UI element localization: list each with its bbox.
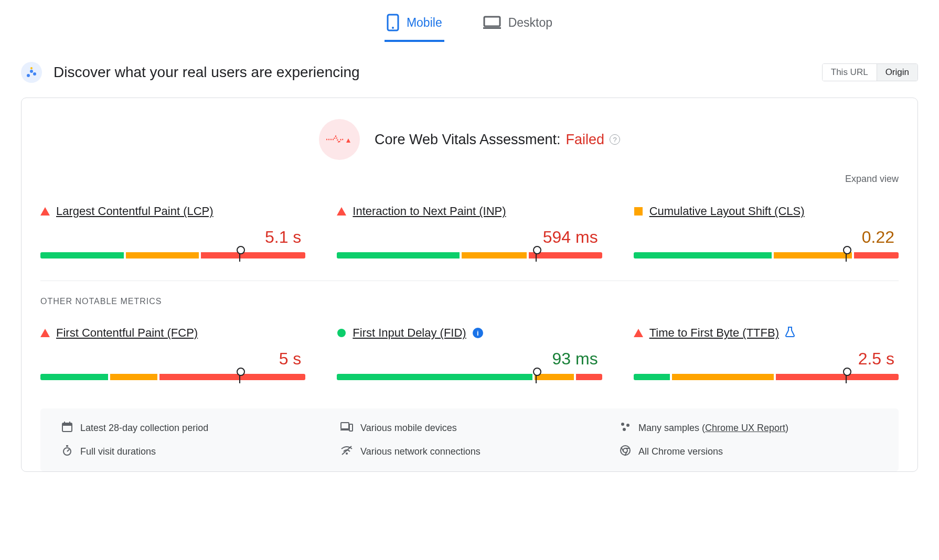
devices-icon [340, 422, 353, 435]
tab-mobile[interactable]: Mobile [385, 8, 444, 42]
svg-point-4 [27, 74, 30, 77]
info-samples-text: Many samples (Chrome UX Report) [638, 423, 788, 434]
calendar-icon [61, 421, 73, 435]
other-metrics-label: OTHER NOTABLE METRICS [40, 297, 899, 306]
svg-point-5 [30, 70, 33, 73]
crux-link[interactable]: Chrome UX Report [705, 423, 785, 433]
collection-info-box: Latest 28-day collection period Various … [40, 408, 899, 471]
svg-rect-3 [483, 27, 501, 29]
svg-point-6 [33, 72, 36, 76]
metric-fcp-name[interactable]: First Contentful Paint (FCP) [56, 326, 198, 340]
info-devices: Various mobile devices [340, 421, 599, 435]
metric-ttfb-name[interactable]: Time to First Byte (TTFB) [649, 326, 779, 340]
info-network-text: Various network connections [360, 446, 481, 457]
svg-line-20 [67, 449, 69, 451]
assessment-label: Core Web Vitals Assessment: [375, 132, 561, 148]
cls-status-icon [634, 207, 643, 216]
metric-fcp-dist [40, 374, 305, 380]
inp-status-icon [337, 207, 346, 216]
fcp-status-icon [40, 328, 50, 338]
assessment-badge [319, 119, 360, 160]
info-devices-text: Various mobile devices [360, 423, 457, 434]
metric-cls-dist [634, 252, 899, 259]
field-data-panel: Core Web Vitals Assessment: Failed ? Exp… [21, 98, 918, 472]
metric-fcp: First Contentful Paint (FCP) 5 s [40, 326, 305, 380]
svg-point-1 [392, 27, 394, 29]
mobile-icon [387, 14, 399, 31]
scope-toggle: This URL Origin [822, 63, 918, 81]
lcp-status-icon [40, 207, 50, 216]
assessment-help-icon[interactable]: ? [610, 134, 620, 145]
svg-rect-19 [66, 445, 68, 447]
svg-rect-2 [484, 17, 500, 26]
metric-fid: First Input Delay (FID) i 93 ms [337, 326, 602, 380]
svg-rect-11 [69, 422, 70, 424]
cwv-metrics: Largest Contentful Paint (LCP) 5.1 s Int… [40, 204, 899, 259]
tab-mobile-label: Mobile [407, 16, 442, 30]
assessment-status: Failed [566, 132, 605, 148]
svg-rect-14 [349, 424, 353, 431]
header-row: Discover what your real users are experi… [0, 46, 939, 93]
metric-fid-dist [337, 374, 602, 380]
svg-rect-9 [62, 423, 72, 426]
svg-point-21 [346, 453, 348, 455]
metric-inp: Interaction to Next Paint (INP) 594 ms [337, 204, 602, 259]
network-icon [340, 446, 353, 458]
fid-info-icon[interactable]: i [473, 328, 483, 338]
info-period-text: Latest 28-day collection period [80, 423, 208, 434]
svg-point-7 [30, 67, 33, 69]
metric-lcp-name[interactable]: Largest Contentful Paint (LCP) [56, 204, 214, 218]
scope-origin[interactable]: Origin [877, 64, 917, 81]
info-durations-text: Full visit durations [80, 446, 156, 457]
metric-cls-value: 0.22 [634, 228, 894, 247]
metric-ttfb-dist [634, 374, 899, 380]
device-tabs: Mobile Desktop [0, 8, 939, 46]
svg-rect-12 [341, 423, 349, 429]
stopwatch-icon [61, 445, 73, 459]
chrome-icon [620, 445, 631, 459]
info-durations: Full visit durations [61, 445, 319, 459]
expand-view-link[interactable]: Expand view [845, 174, 899, 185]
metric-inp-name[interactable]: Interaction to Next Paint (INP) [353, 204, 506, 218]
tab-desktop-label: Desktop [508, 16, 552, 30]
metric-cls: Cumulative Layout Shift (CLS) 0.22 [634, 204, 899, 259]
info-network: Various network connections [340, 445, 599, 459]
desktop-icon [483, 16, 501, 29]
svg-point-17 [623, 428, 626, 431]
assessment-row: Core Web Vitals Assessment: Failed ? [40, 119, 899, 160]
field-data-icon [21, 62, 42, 83]
info-versions-text: All Chrome versions [638, 446, 723, 457]
metric-ttfb: Time to First Byte (TTFB) 2.5 s [634, 326, 899, 380]
svg-rect-13 [340, 429, 349, 430]
metric-inp-value: 594 ms [337, 228, 597, 247]
fid-status-icon [337, 328, 346, 338]
metric-lcp: Largest Contentful Paint (LCP) 5.1 s [40, 204, 305, 259]
svg-point-16 [626, 424, 629, 427]
other-metrics: First Contentful Paint (FCP) 5 s First I… [40, 326, 899, 380]
metric-fid-value: 93 ms [337, 349, 597, 369]
metric-ttfb-value: 2.5 s [634, 349, 894, 369]
metric-lcp-value: 5.1 s [40, 228, 301, 247]
metric-fcp-value: 5 s [40, 349, 301, 369]
scope-this-url[interactable]: This URL [823, 64, 877, 81]
ttfb-status-icon [634, 328, 643, 338]
metric-inp-dist [337, 252, 602, 259]
page-title: Discover what your real users are experi… [54, 64, 360, 81]
info-samples: Many samples (Chrome UX Report) [620, 421, 878, 435]
svg-point-15 [621, 423, 624, 426]
info-versions: All Chrome versions [620, 445, 878, 459]
ttfb-experimental-icon[interactable] [785, 327, 795, 339]
samples-icon [620, 421, 631, 435]
metric-cls-name[interactable]: Cumulative Layout Shift (CLS) [649, 204, 805, 218]
info-period: Latest 28-day collection period [61, 421, 319, 435]
metric-fid-name[interactable]: First Input Delay (FID) [353, 326, 466, 340]
metric-lcp-dist [40, 252, 305, 259]
tab-desktop[interactable]: Desktop [481, 8, 554, 42]
svg-rect-10 [64, 422, 65, 424]
